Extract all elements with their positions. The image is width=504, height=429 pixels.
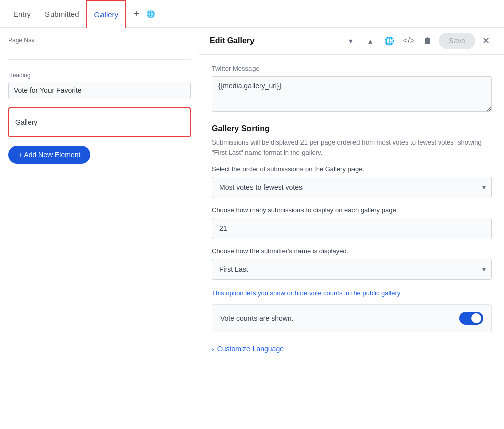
tab-entry[interactable]: Entry	[6, 0, 38, 28]
heading-label: Heading	[8, 72, 191, 79]
main-layout: Page Nav Heading Gallery + Add New Eleme…	[0, 28, 504, 429]
vote-count-note: This option lets you show or hide vote c…	[212, 288, 492, 298]
page-nav-section: Page Nav	[8, 37, 191, 47]
tab-gallery[interactable]: Gallery	[86, 0, 127, 28]
toggle-knob	[471, 313, 481, 323]
heading-section: Heading	[8, 72, 191, 99]
twitter-message-label: Twitter Message	[212, 65, 492, 72]
right-panel: Edit Gallery ▾ ▴ 🌐 </> 🗑 Save ✕ Twitter …	[199, 28, 504, 429]
globe-button[interactable]: 🌐	[381, 33, 397, 49]
divider-1	[8, 59, 191, 60]
tab-submitted[interactable]: Submitted	[38, 0, 86, 28]
close-button[interactable]: ✕	[478, 33, 494, 49]
twitter-message-input[interactable]: {{media.gallery_url}}	[212, 76, 492, 112]
edit-gallery-header: Edit Gallery ▾ ▴ 🌐 </> 🗑 Save ✕	[199, 28, 504, 55]
chevron-down-button[interactable]: ▾	[343, 33, 359, 49]
vote-counts-section: This option lets you show or hide vote c…	[212, 288, 492, 332]
right-content: Twitter Message {{media.gallery_url}} Ga…	[199, 55, 504, 365]
name-display-label: Choose how the submitter's name is displ…	[212, 247, 492, 255]
gallery-element-box[interactable]: Gallery	[8, 107, 191, 137]
order-select[interactable]: Most votes to fewest votes Fewest votes …	[212, 177, 492, 198]
add-tab-button[interactable]: +	[129, 7, 143, 21]
gallery-sorting-desc: Submissions will be displayed 21 per pag…	[212, 137, 492, 157]
name-select[interactable]: First Last Last First First Last Anonymo…	[212, 259, 492, 280]
edit-actions: ▾ ▴ 🌐 </> 🗑 Save ✕	[343, 33, 494, 49]
left-panel: Page Nav Heading Gallery + Add New Eleme…	[0, 28, 199, 429]
add-element-button[interactable]: + Add New Element	[8, 146, 90, 164]
code-button[interactable]: </>	[400, 33, 417, 49]
order-label: Select the order of submissions on the G…	[212, 165, 492, 173]
page-nav-label: Page Nav	[8, 37, 191, 44]
gallery-element-label: Gallery	[15, 118, 37, 126]
add-element-label: + Add New Element	[18, 151, 80, 159]
order-select-wrap: Most votes to fewest votes Fewest votes …	[212, 177, 492, 198]
gallery-sorting-title: Gallery Sorting	[212, 124, 492, 133]
vote-count-toggle-row: Vote counts are shown.	[212, 304, 492, 332]
twitter-message-section: Twitter Message {{media.gallery_url}}	[212, 65, 492, 113]
trash-button[interactable]: 🗑	[420, 33, 436, 49]
gallery-sorting-section: Gallery Sorting Submissions will be disp…	[212, 124, 492, 280]
customize-language-section[interactable]: › Customize Language	[212, 343, 492, 355]
per-page-label: Choose how many submissions to display o…	[212, 206, 492, 214]
customize-language-label: Customize Language	[217, 345, 284, 353]
edit-gallery-title: Edit Gallery	[210, 36, 255, 45]
heading-input[interactable]	[8, 82, 191, 99]
tab-bar: Entry Submitted Gallery + 🌐	[0, 0, 504, 28]
vote-count-label: Vote counts are shown.	[220, 314, 294, 322]
vote-count-toggle[interactable]	[459, 312, 483, 325]
globe-tab-button[interactable]: 🌐	[143, 7, 158, 21]
chevron-up-button[interactable]: ▴	[362, 33, 378, 49]
expand-right-icon: ›	[212, 345, 214, 353]
per-page-input[interactable]	[212, 218, 492, 239]
name-select-wrap: First Last Last First First Last Anonymo…	[212, 259, 492, 280]
save-button[interactable]: Save	[439, 33, 475, 49]
